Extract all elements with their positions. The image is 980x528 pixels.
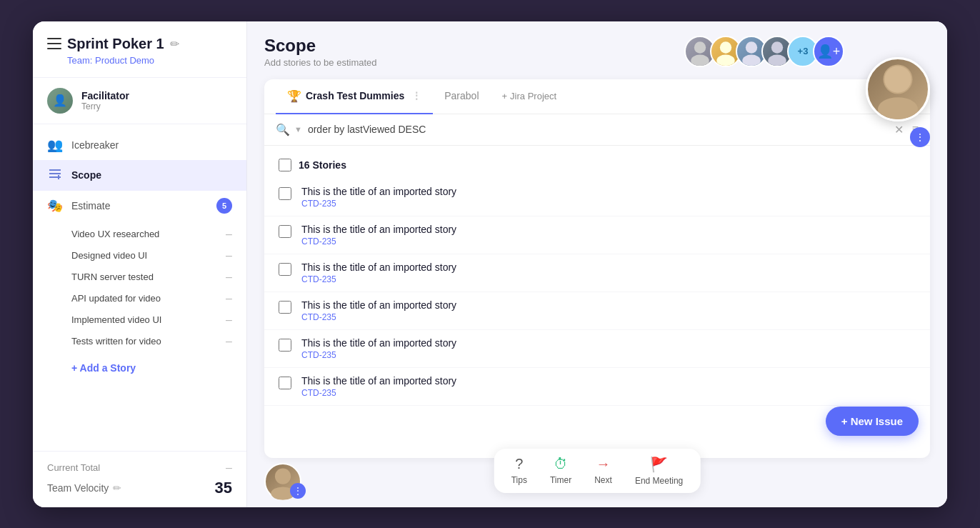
- story-checkbox[interactable]: [279, 263, 291, 276]
- add-story-label: + Add a Story: [71, 362, 136, 374]
- current-total-dash: –: [226, 462, 232, 474]
- story-title: This is the title of an imported story: [301, 261, 456, 273]
- velocity-value: 35: [215, 479, 232, 497]
- sidebar: Sprint Poker 1 ✏ Team: Product Demo 👤 Fa…: [33, 21, 247, 507]
- story-title: This is the title of an imported story: [301, 375, 456, 387]
- scope-label: Scope: [71, 169, 101, 181]
- list-item[interactable]: Video UX researched –: [33, 224, 246, 245]
- end-meeting-button[interactable]: 🚩 End Meeting: [635, 456, 683, 486]
- sub-item-label: Designed video UI: [71, 250, 147, 261]
- edit-icon[interactable]: ✏: [170, 37, 179, 51]
- story-checkbox[interactable]: [279, 339, 291, 352]
- main-header: Scope Add stories to be estimated +3: [247, 21, 947, 79]
- tips-button[interactable]: ? Tips: [511, 456, 527, 486]
- current-total-label: Current Total: [47, 462, 100, 473]
- story-checkbox[interactable]: [279, 187, 291, 200]
- story-ticket[interactable]: CTD-235: [301, 388, 456, 398]
- estimate-badge: 5: [216, 198, 232, 214]
- tabs-row: 🏆 Crash Test Dummies ⋮ Parabol + Jira Pr…: [264, 79, 930, 114]
- tips-icon: ?: [515, 456, 523, 472]
- list-item[interactable]: Tests written for video –: [33, 331, 246, 352]
- story-row: This is the title of an imported story C…: [264, 216, 930, 254]
- list-item[interactable]: Implemented video UI –: [33, 309, 246, 331]
- sidebar-item-scope[interactable]: Scope: [33, 160, 246, 191]
- add-tab-icon: +: [502, 91, 508, 101]
- svg-point-10: [742, 54, 760, 66]
- list-item[interactable]: API updated for video –: [33, 288, 246, 309]
- clear-search-icon[interactable]: ✕: [894, 123, 904, 136]
- add-person-icon: 👤+: [817, 44, 841, 59]
- select-all-checkbox[interactable]: [279, 159, 291, 171]
- add-participant-button[interactable]: 👤+: [813, 36, 844, 67]
- tips-label: Tips: [511, 475, 527, 485]
- story-row: This is the title of an imported story C…: [264, 330, 930, 368]
- svg-point-16: [275, 468, 291, 484]
- sub-item-label: Implemented video UI: [71, 314, 161, 325]
- sub-item-dash: –: [226, 249, 232, 262]
- search-icon: 🔍: [276, 123, 290, 136]
- tab-label: Parabol: [444, 90, 479, 101]
- next-label: Next: [594, 475, 612, 485]
- tab-add-jira[interactable]: + Jira Project: [496, 81, 563, 111]
- facilitator-person: Terry: [81, 101, 129, 111]
- bottom-user-menu[interactable]: ⋮: [290, 483, 306, 499]
- stories-count: 16 Stories: [299, 159, 346, 171]
- sidebar-item-estimate[interactable]: 🎭 Estimate 5: [33, 191, 246, 221]
- scope-icon: [47, 167, 63, 184]
- list-item[interactable]: Designed video UI –: [33, 245, 246, 267]
- story-checkbox[interactable]: [279, 225, 291, 238]
- sub-items: Video UX researched – Designed video UI …: [33, 221, 246, 355]
- hamburger-icon[interactable]: [47, 38, 61, 49]
- story-title: This is the title of an imported story: [301, 337, 456, 349]
- story-row: This is the title of an imported story C…: [264, 179, 930, 216]
- estimate-icon: 🎭: [47, 198, 63, 214]
- svg-point-15: [884, 66, 911, 92]
- sidebar-footer: Current Total – Team Velocity ✏ 35: [33, 451, 246, 507]
- end-meeting-icon: 🚩: [650, 456, 668, 473]
- timer-label: Timer: [550, 475, 571, 485]
- page-subtitle: Add stories to be estimated: [264, 57, 377, 68]
- tab-label: Jira Project: [510, 91, 556, 101]
- svg-point-6: [691, 54, 709, 66]
- timer-icon: ⏱: [554, 456, 568, 472]
- app-title: Sprint Poker 1: [67, 36, 164, 52]
- team-label: Team: Product Demo: [67, 55, 232, 66]
- sub-item-dash: –: [226, 314, 232, 327]
- sub-item-label: Tests written for video: [71, 336, 161, 347]
- tab-more-icon[interactable]: ⋮: [411, 90, 421, 101]
- story-checkbox[interactable]: [279, 301, 291, 314]
- tab-crash-test-dummies[interactable]: 🏆 Crash Test Dummies ⋮: [276, 79, 433, 114]
- sidebar-item-icebreaker[interactable]: 👥 Icebreaker: [33, 130, 246, 160]
- end-meeting-label: End Meeting: [635, 476, 683, 486]
- tab-container: 🏆 Crash Test Dummies ⋮ Parabol + Jira Pr…: [264, 79, 930, 458]
- search-input[interactable]: [308, 124, 889, 135]
- page-title: Scope: [264, 36, 377, 56]
- new-issue-button[interactable]: + New Issue: [826, 407, 919, 436]
- estimate-label: Estimate: [71, 200, 110, 211]
- svg-point-5: [694, 41, 706, 53]
- video-menu-button[interactable]: ⋮: [910, 127, 930, 147]
- svg-point-9: [746, 41, 757, 53]
- main-content: Scope Add stories to be estimated +3: [247, 21, 947, 507]
- story-ticket[interactable]: CTD-235: [301, 350, 456, 360]
- list-item[interactable]: TURN server tested –: [33, 267, 246, 288]
- story-ticket[interactable]: CTD-235: [301, 236, 456, 246]
- story-checkbox[interactable]: [279, 377, 291, 389]
- tab-label: Crash Test Dummies: [306, 90, 404, 101]
- story-row: This is the title of an imported story C…: [264, 254, 930, 292]
- next-button[interactable]: → Next: [594, 456, 612, 486]
- timer-button[interactable]: ⏱ Timer: [550, 456, 571, 486]
- sub-item-dash: –: [226, 228, 232, 241]
- story-ticket[interactable]: CTD-235: [301, 274, 456, 284]
- velocity-label: Team Velocity ✏: [47, 482, 121, 494]
- story-title: This is the title of an imported story: [301, 186, 456, 197]
- story-row: This is the title of an imported story C…: [264, 292, 930, 330]
- add-story-button[interactable]: + Add a Story: [33, 355, 246, 381]
- story-ticket[interactable]: CTD-235: [301, 312, 456, 322]
- next-icon: →: [596, 456, 611, 472]
- new-issue-label: + New Issue: [841, 415, 903, 427]
- icebreaker-icon: 👥: [47, 137, 63, 153]
- story-ticket[interactable]: CTD-235: [301, 199, 456, 209]
- edit-velocity-icon[interactable]: ✏: [113, 482, 121, 494]
- tab-parabol[interactable]: Parabol: [433, 80, 490, 113]
